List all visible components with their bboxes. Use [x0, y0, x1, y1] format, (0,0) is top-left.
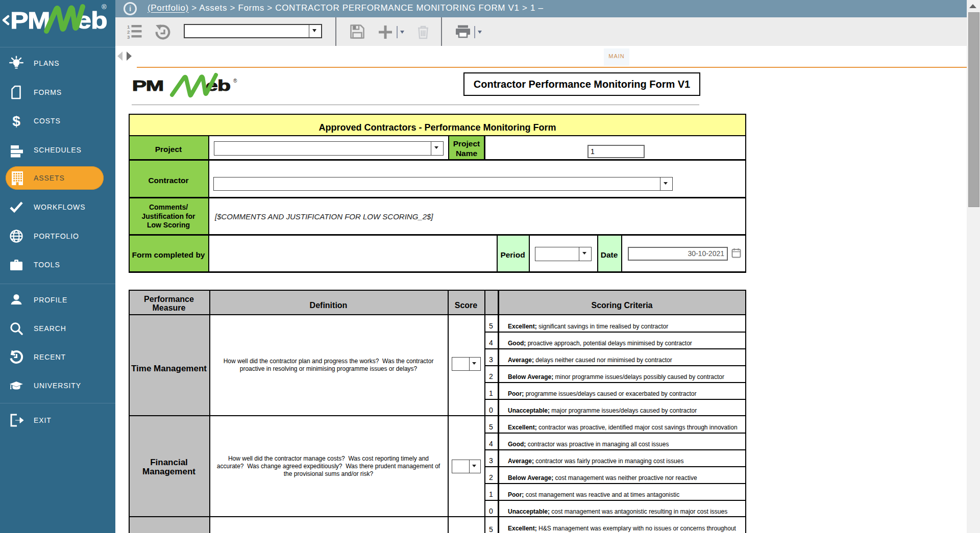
svg-text:PM: PM	[10, 7, 50, 34]
svg-text:$: $	[12, 113, 20, 129]
svg-text:PM: PM	[132, 78, 163, 94]
svg-text:®: ®	[233, 78, 237, 84]
svg-text:®: ®	[102, 3, 107, 11]
svg-text:3: 3	[127, 34, 130, 40]
